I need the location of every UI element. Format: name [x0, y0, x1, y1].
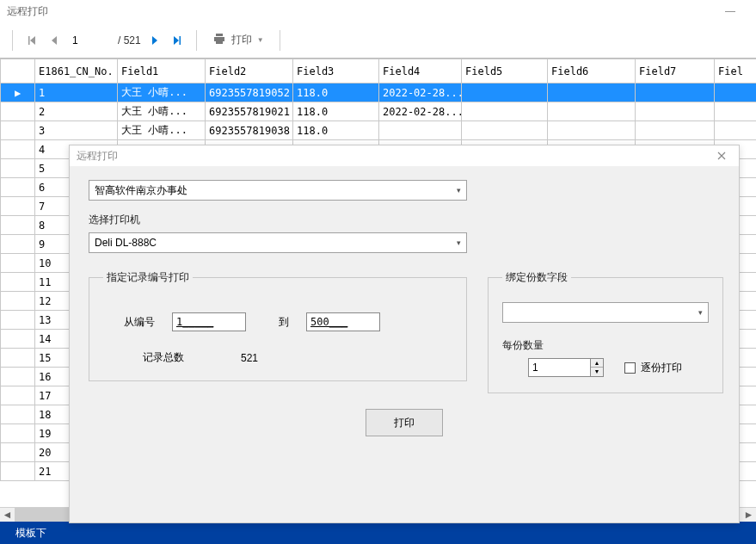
- row-indicator: [1, 292, 35, 311]
- bind-field-select[interactable]: ▾: [502, 302, 709, 323]
- cell[interactable]: [379, 121, 462, 140]
- row-indicator: [1, 405, 35, 424]
- col-header[interactable]: Field6: [548, 59, 636, 83]
- cell[interactable]: [462, 83, 548, 102]
- range-legend: 指定记录编号打印: [103, 270, 193, 285]
- next-page-button[interactable]: [146, 32, 163, 49]
- dialog-title: 远程打印: [77, 149, 118, 164]
- cell[interactable]: 1: [35, 83, 118, 102]
- cell[interactable]: 大王 小晴...: [118, 83, 206, 102]
- bottom-bar: 模板下: [0, 522, 756, 544]
- cell[interactable]: 2022-02-28...: [379, 102, 462, 121]
- toolbar-print-button[interactable]: 打印 ▼: [207, 29, 269, 52]
- row-indicator: [1, 235, 35, 254]
- row-indicator: [1, 368, 35, 386]
- toolbar: / 521 打印 ▼: [0, 22, 756, 59]
- cell[interactable]: 6923557819021: [206, 102, 293, 121]
- total-value: 521: [241, 352, 258, 364]
- row-header-blank: [1, 59, 35, 83]
- row-indicator: [1, 159, 35, 178]
- row-indicator: [1, 254, 35, 273]
- cell[interactable]: [715, 102, 757, 121]
- cell[interactable]: [548, 102, 636, 121]
- row-indicator: [1, 197, 35, 216]
- page-number-input[interactable]: [68, 32, 113, 49]
- copies-label: 每份数量: [502, 338, 709, 353]
- dialog-titlebar[interactable]: 远程打印: [70, 145, 739, 166]
- table-row[interactable]: 3大王 小晴...6923557819038118.0: [1, 121, 757, 140]
- col-header[interactable]: Field2: [206, 59, 293, 83]
- minimize-button[interactable]: —: [711, 0, 749, 22]
- row-indicator: [1, 216, 35, 235]
- dropdown-icon: ▼: [257, 36, 264, 44]
- cell[interactable]: 2022-02-28...: [379, 83, 462, 102]
- row-indicator: [1, 121, 35, 140]
- checkbox-box: [624, 362, 636, 374]
- bind-fieldset: 绑定份数字段 ▾ 每份数量 ▲▼: [488, 270, 723, 393]
- scroll-right-arrow[interactable]: ►: [741, 508, 756, 522]
- col-header[interactable]: Field5: [462, 59, 548, 83]
- cell[interactable]: [636, 83, 715, 102]
- print-dialog: 远程打印 智高软件南京办事处 ▾ 选择打印机 Deli DL-888C ▾ 指定…: [69, 145, 740, 523]
- to-input[interactable]: [306, 312, 380, 331]
- cell[interactable]: 118.0: [293, 102, 379, 121]
- cell[interactable]: [548, 121, 636, 140]
- cell[interactable]: 大王 小晴...: [118, 121, 206, 140]
- printer-icon: [212, 32, 226, 48]
- col-header[interactable]: Field1: [118, 59, 206, 83]
- row-indicator: [1, 330, 35, 349]
- cell[interactable]: 6923557819038: [206, 121, 293, 140]
- row-indicator: [1, 311, 35, 330]
- template-download-button[interactable]: 模板下: [9, 522, 53, 544]
- row-indicator: [1, 386, 35, 405]
- collate-checkbox[interactable]: 逐份打印: [624, 361, 682, 375]
- printer-select[interactable]: Deli DL-888C ▾: [89, 232, 467, 253]
- dialog-close-button[interactable]: [711, 145, 732, 166]
- copies-input[interactable]: [528, 358, 590, 377]
- location-select[interactable]: 智高软件南京办事处 ▾: [89, 180, 467, 201]
- row-indicator: [1, 443, 35, 462]
- first-page-button[interactable]: [23, 32, 40, 49]
- scroll-left-arrow[interactable]: ◄: [0, 508, 15, 522]
- col-header[interactable]: Fiel: [715, 59, 757, 83]
- col-header[interactable]: E1861_CN_No.: [35, 59, 118, 83]
- collate-label: 逐份打印: [641, 361, 682, 375]
- cell[interactable]: [636, 121, 715, 140]
- row-indicator: ▶: [1, 83, 35, 102]
- spin-up-icon[interactable]: ▲: [591, 359, 603, 368]
- row-indicator: [1, 424, 35, 443]
- col-header[interactable]: Field7: [636, 59, 715, 83]
- cell[interactable]: 6923557819052: [206, 83, 293, 102]
- cell[interactable]: [548, 83, 636, 102]
- cell[interactable]: [636, 102, 715, 121]
- bind-legend: 绑定份数字段: [502, 270, 571, 285]
- cell[interactable]: [715, 83, 757, 102]
- printer-label: 选择打印机: [89, 213, 720, 227]
- row-indicator: [1, 349, 35, 368]
- spin-down-icon[interactable]: ▼: [591, 368, 603, 376]
- cell[interactable]: 118.0: [293, 121, 379, 140]
- cell[interactable]: 2: [35, 102, 118, 121]
- table-row[interactable]: 2大王 小晴...6923557819021118.02022-02-28...: [1, 102, 757, 121]
- from-input[interactable]: [172, 312, 246, 331]
- copies-spinner[interactable]: ▲▼: [528, 358, 604, 377]
- prev-page-button[interactable]: [46, 32, 63, 49]
- cell[interactable]: 3: [35, 121, 118, 140]
- last-page-button[interactable]: [169, 32, 186, 49]
- col-header[interactable]: Field4: [379, 59, 462, 83]
- cell[interactable]: [715, 121, 757, 140]
- table-row[interactable]: ▶1大王 小晴...6923557819052118.02022-02-28..…: [1, 83, 757, 102]
- dialog-print-button[interactable]: 打印: [366, 409, 443, 436]
- cell[interactable]: 大王 小晴...: [118, 102, 206, 121]
- chevron-down-icon: ▾: [457, 238, 461, 247]
- close-icon: [717, 151, 726, 160]
- cell[interactable]: 118.0: [293, 83, 379, 102]
- cell[interactable]: [462, 121, 548, 140]
- main-titlebar: 远程打印 —: [0, 0, 756, 22]
- col-header[interactable]: Field3: [293, 59, 379, 83]
- to-label: 到: [263, 315, 289, 330]
- range-fieldset: 指定记录编号打印 从编号 到 记录总数 521: [89, 270, 467, 381]
- page-total-label: / 521: [118, 34, 141, 46]
- toolbar-divider: [12, 30, 13, 51]
- cell[interactable]: [462, 102, 548, 121]
